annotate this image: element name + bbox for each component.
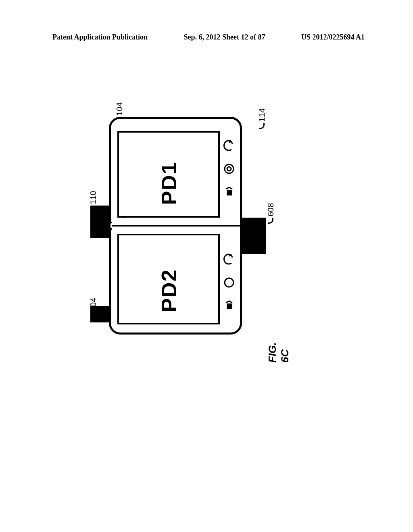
header-right: US 2012/0225694 A1: [301, 33, 365, 42]
svg-point-3: [225, 278, 234, 287]
figure-caption: FIG. 6C: [266, 342, 291, 363]
header-left: Patent Application Publication: [52, 33, 148, 42]
nav-buttons-secondary: [222, 254, 236, 312]
home-circle-icon: [223, 277, 235, 288]
menu-chevron-icon: [223, 187, 235, 198]
header-center: Sep. 6, 2012 Sheet 12 of 87: [184, 33, 265, 42]
svg-rect-4: [227, 303, 232, 309]
hinge-line: [111, 225, 240, 227]
pd2-label: PD2: [157, 269, 181, 312]
ref-114: 114: [257, 108, 267, 129]
figure-6c: 104 108 114 110 604 608 PD1: [93, 105, 262, 355]
home-double-circle-icon: [223, 163, 235, 175]
svg-rect-2: [227, 190, 232, 195]
hinge-notch: [109, 222, 112, 230]
ref-608: 608: [266, 203, 275, 224]
back-arrow-icon: [223, 254, 235, 265]
nav-buttons-primary: [222, 140, 236, 198]
menu-chevron-icon: [223, 300, 235, 312]
back-arrow-icon: [223, 140, 235, 151]
pd1-label: PD1: [157, 162, 181, 205]
page-header: Patent Application Publication Sep. 6, 2…: [0, 33, 413, 42]
svg-point-0: [225, 164, 234, 173]
dual-screen-device: PD1 PD2: [109, 117, 242, 335]
svg-point-1: [227, 167, 231, 171]
